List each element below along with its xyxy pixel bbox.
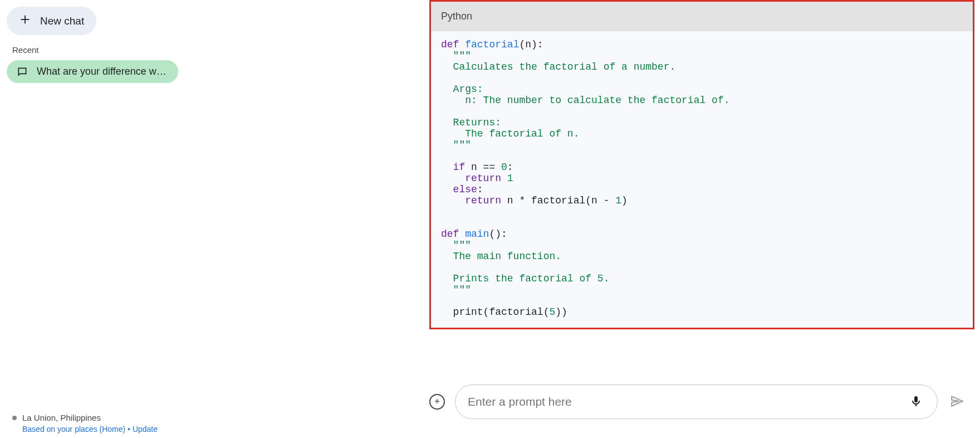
code-language-label: Python bbox=[431, 2, 973, 31]
new-chat-label: New chat bbox=[40, 15, 84, 27]
prompt-input[interactable] bbox=[468, 395, 907, 408]
chat-icon bbox=[17, 66, 28, 77]
recent-label: Recent bbox=[12, 45, 185, 55]
code-content: def factorial(n): """ Calculates the fac… bbox=[431, 31, 973, 328]
location-text: La Union, Philippines bbox=[22, 413, 101, 422]
new-chat-button[interactable]: New chat bbox=[7, 7, 96, 35]
location-dot-icon bbox=[12, 416, 17, 420]
sidebar-footer: La Union, Philippines Based on your plac… bbox=[7, 413, 185, 434]
plus-circle-icon bbox=[433, 397, 442, 407]
svg-rect-4 bbox=[915, 405, 917, 406]
send-button[interactable] bbox=[948, 392, 967, 412]
mic-icon bbox=[909, 401, 923, 410]
plus-icon bbox=[19, 13, 31, 28]
sidebar-item-chat[interactable]: What are your difference with ... bbox=[7, 60, 178, 83]
prompt-box[interactable] bbox=[455, 385, 938, 419]
add-button[interactable] bbox=[429, 394, 445, 410]
main-content: Python def factorial(n): """ Calculates … bbox=[192, 0, 980, 438]
location-sub[interactable]: Based on your places (Home) • Update bbox=[22, 425, 185, 434]
sidebar: New chat Recent What are your difference… bbox=[0, 0, 192, 438]
mic-button[interactable] bbox=[907, 392, 925, 412]
sidebar-item-label: What are your difference with ... bbox=[37, 66, 168, 77]
send-icon bbox=[950, 402, 964, 410]
code-block: Python def factorial(n): """ Calculates … bbox=[429, 0, 974, 329]
location-row: La Union, Philippines bbox=[12, 413, 185, 422]
input-row bbox=[429, 385, 967, 419]
